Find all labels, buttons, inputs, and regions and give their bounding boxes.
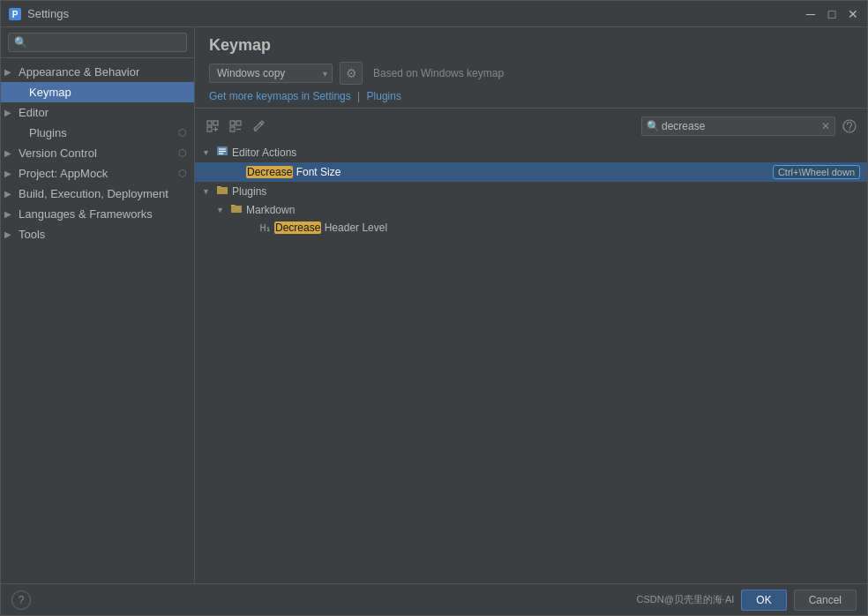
sidebar-item-appearance-behavior[interactable]: ▶ Appearance & Behavior: [1, 62, 194, 82]
keymap-dropdown[interactable]: Windows copy Default Mac OS X Eclipse Em…: [209, 64, 333, 83]
svg-rect-8: [236, 121, 241, 125]
shortcut-badge: Ctrl+\Wheel down: [773, 165, 860, 179]
sidebar-search-box: [1, 27, 194, 58]
svg-rect-3: [213, 121, 218, 125]
heading-icon: H₁: [258, 223, 271, 233]
watermark-text: CSDN@贝壳里的海·AI: [637, 593, 735, 606]
keymap-based-text: Based on Windows keymap: [373, 67, 504, 79]
expand-arrow-icon: ▶: [4, 229, 15, 239]
search-help-button[interactable]: [839, 116, 860, 137]
sidebar-item-label: Appearance & Behavior: [19, 65, 187, 79]
tree-item-label: Decrease Font Size: [246, 166, 773, 178]
help-button[interactable]: ?: [11, 590, 31, 610]
sidebar-nav: ▶ Appearance & Behavior ▶ Keymap ▶ Edito…: [1, 58, 194, 583]
sidebar-item-label: Editor: [19, 106, 187, 119]
search-highlight: Decrease: [246, 166, 293, 178]
tree-item-label: Decrease Header Level: [274, 222, 860, 234]
get-more-keymaps-link[interactable]: Get more keymaps in Settings: [209, 90, 351, 102]
tree-item-decrease-font-size[interactable]: ▶ Decrease Font Size Ctrl+\Wheel down: [195, 162, 867, 182]
maximize-button[interactable]: □: [825, 7, 839, 21]
expand-arrow-icon: ▼: [202, 148, 214, 157]
sidebar-item-label: Languages & Frameworks: [19, 207, 187, 221]
bottom-actions: CSDN@贝壳里的海·AI OK Cancel: [637, 590, 857, 611]
clear-search-icon[interactable]: ✕: [821, 120, 830, 132]
svg-point-13: [849, 129, 850, 131]
svg-rect-2: [207, 121, 212, 125]
sidebar-item-version-control[interactable]: ▶ Version Control ⬡: [1, 143, 194, 163]
svg-rect-4: [207, 127, 212, 131]
sidebar-item-plugins[interactable]: ▶ Plugins ⬡: [1, 123, 194, 143]
expand-arrow-icon: ▶: [4, 169, 15, 178]
keymap-select-wrapper: Windows copy Default Mac OS X Eclipse Em…: [209, 64, 333, 83]
bottom-bar: ? CSDN@贝壳里的海·AI OK Cancel: [1, 583, 867, 615]
sidebar: ▶ Appearance & Behavior ▶ Keymap ▶ Edito…: [1, 27, 195, 583]
minimize-button[interactable]: ─: [804, 7, 818, 21]
cancel-button[interactable]: Cancel: [794, 590, 857, 611]
keymap-controls: Windows copy Default Mac OS X Eclipse Em…: [209, 62, 853, 85]
tree-search-wrapper: 🔍 ✕: [641, 116, 835, 136]
tree-item-label: Editor Actions: [232, 146, 860, 159]
sidebar-item-label: Plugins: [29, 126, 178, 139]
sidebar-search-input[interactable]: [8, 33, 187, 52]
settings-window: P Settings ─ □ ✕ ▶ Appearance & Behavior…: [0, 0, 868, 616]
folder-icon: [216, 184, 228, 198]
search-highlight: Decrease: [274, 222, 321, 234]
expand-arrow-icon: ▶: [4, 108, 15, 117]
sidebar-item-languages-frameworks[interactable]: ▶ Languages & Frameworks: [1, 204, 194, 224]
edit-shortcut-button[interactable]: [248, 116, 269, 137]
expand-arrow-icon: ▶: [4, 189, 15, 199]
expand-arrow-icon: ▼: [202, 187, 214, 196]
sidebar-item-project-appmock[interactable]: ▶ Project: AppMock ⬡: [1, 163, 194, 184]
window-title: Settings: [27, 7, 804, 20]
sidebar-item-editor[interactable]: ▶ Editor: [1, 102, 194, 123]
page-title: Keymap: [209, 36, 853, 55]
tree-item-plugins-group[interactable]: ▼ Plugins: [195, 182, 867, 200]
external-link-icon: ⬡: [178, 168, 187, 179]
search-icon: 🔍: [647, 120, 660, 132]
content-area: ▶ Appearance & Behavior ▶ Keymap ▶ Edito…: [1, 27, 867, 583]
tree-item-markdown-group[interactable]: ▼ Markdown: [195, 200, 867, 219]
tree-list: ▼ Editor Actions ▶: [195, 142, 867, 583]
app-icon: P: [8, 7, 22, 21]
tree-item-decrease-header-level[interactable]: ▶ H₁ Decrease Header Level: [195, 219, 867, 237]
plugins-link[interactable]: Plugins: [367, 90, 401, 102]
external-link-icon: ⬡: [178, 127, 187, 139]
collapse-all-button[interactable]: [225, 116, 246, 137]
svg-text:P: P: [12, 10, 19, 19]
sidebar-item-keymap[interactable]: ▶ Keymap: [1, 82, 194, 102]
sidebar-item-build-execution[interactable]: ▶ Build, Execution, Deployment: [1, 184, 194, 204]
sidebar-item-label: Tools: [19, 228, 187, 241]
expand-arrow-icon: ▶: [4, 209, 15, 219]
expand-all-button[interactable]: [202, 116, 223, 137]
title-bar: P Settings ─ □ ✕: [1, 1, 867, 27]
sidebar-item-label: Version Control: [19, 146, 178, 160]
tree-search-input[interactable]: [641, 116, 835, 136]
tree-item-editor-actions[interactable]: ▼ Editor Actions: [195, 142, 867, 162]
tree-item-label: Markdown: [246, 204, 860, 216]
main-header: Keymap Windows copy Default Mac OS X Ecl…: [195, 27, 867, 109]
external-link-icon: ⬡: [178, 147, 187, 159]
svg-rect-9: [230, 127, 235, 131]
window-controls: ─ □ ✕: [804, 7, 860, 21]
keymap-links: Get more keymaps in Settings | Plugins: [209, 90, 853, 102]
sidebar-item-label: Build, Execution, Deployment: [19, 187, 187, 200]
expand-arrow-icon: ▼: [216, 206, 228, 214]
close-button[interactable]: ✕: [846, 7, 860, 21]
keymap-settings-button[interactable]: ⚙: [340, 62, 363, 85]
svg-rect-7: [230, 121, 235, 125]
expand-arrow-icon: ▶: [4, 148, 15, 158]
sidebar-item-label: Project: AppMock: [19, 167, 178, 180]
expand-arrow-icon: ▶: [4, 67, 15, 77]
search-right: 🔍 ✕: [641, 116, 860, 137]
editor-actions-icon: [216, 145, 228, 160]
tree-toolbar: 🔍 ✕: [195, 116, 867, 142]
pipe-separator: |: [357, 90, 360, 102]
ok-button[interactable]: OK: [741, 590, 786, 611]
sidebar-item-label: Keymap: [29, 86, 187, 99]
tree-item-label: Plugins: [232, 185, 860, 198]
tree-area: 🔍 ✕: [195, 109, 867, 583]
folder-icon: [230, 203, 243, 216]
sidebar-item-tools[interactable]: ▶ Tools: [1, 224, 194, 244]
main-panel: Keymap Windows copy Default Mac OS X Ecl…: [195, 27, 867, 583]
